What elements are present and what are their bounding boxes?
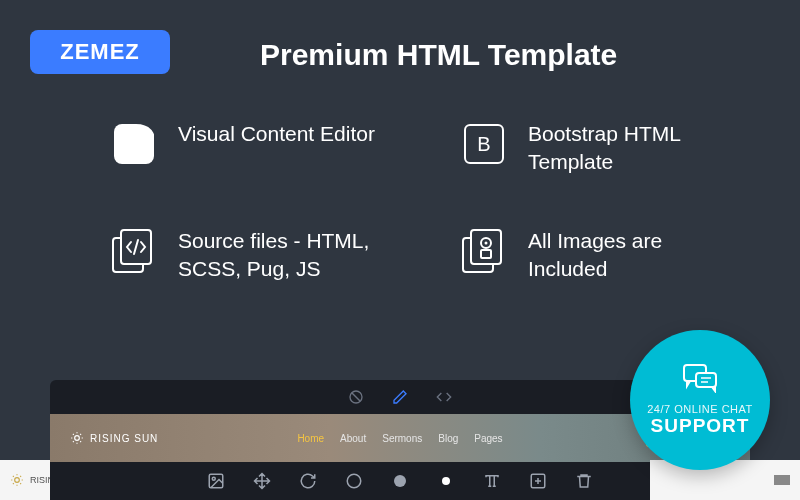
move-tool-icon[interactable] bbox=[252, 471, 272, 491]
novi-icon bbox=[110, 120, 158, 168]
svg-rect-18 bbox=[774, 475, 790, 485]
support-badge[interactable]: 24/7 ONLINE CHAT SUPPORT bbox=[630, 330, 770, 470]
chat-icon bbox=[682, 363, 718, 397]
feature-label: Source files - HTML, SCSS, Pug, JS bbox=[178, 227, 390, 284]
features-grid: Visual Content Editor B Bootstrap HTML T… bbox=[110, 120, 740, 283]
svg-point-12 bbox=[75, 436, 80, 441]
page-title: Premium HTML Template bbox=[260, 38, 617, 72]
circle-fill-icon[interactable] bbox=[390, 471, 410, 491]
nav-item[interactable]: Blog bbox=[438, 433, 458, 444]
bootstrap-icon: B bbox=[460, 120, 508, 168]
feature-label: Visual Content Editor bbox=[178, 120, 375, 148]
source-files-icon bbox=[110, 227, 158, 275]
preview-brand: RISING SUN bbox=[70, 431, 158, 445]
images-icon bbox=[460, 227, 508, 275]
svg-point-10 bbox=[15, 478, 20, 483]
nav-item[interactable]: Sermons bbox=[382, 433, 422, 444]
feature-label: Bootstrap HTML Template bbox=[528, 120, 740, 177]
brand-logo: ZEMEZ bbox=[30, 30, 170, 74]
text-tool-icon[interactable] bbox=[482, 471, 502, 491]
svg-point-16 bbox=[347, 474, 361, 488]
feature-visual-editor: Visual Content Editor bbox=[110, 120, 390, 177]
feature-bootstrap: B Bootstrap HTML Template bbox=[460, 120, 740, 177]
preview-sidebar-right bbox=[650, 460, 800, 500]
edit-icon[interactable] bbox=[392, 389, 408, 405]
svg-point-8 bbox=[485, 241, 488, 244]
nav-item[interactable]: Home bbox=[297, 433, 324, 444]
support-subtitle: 24/7 ONLINE CHAT bbox=[647, 403, 753, 415]
preview-brand-text: RISING SUN bbox=[90, 433, 158, 444]
sun-icon bbox=[70, 431, 84, 445]
refresh-tool-icon[interactable] bbox=[298, 471, 318, 491]
feature-label: All Images are Included bbox=[528, 227, 740, 284]
svg-rect-20 bbox=[696, 373, 716, 387]
image-tool-icon[interactable] bbox=[206, 471, 226, 491]
dot-icon[interactable] bbox=[436, 471, 456, 491]
nav-item[interactable]: About bbox=[340, 433, 366, 444]
feature-images: All Images are Included bbox=[460, 227, 740, 284]
disable-icon[interactable] bbox=[348, 389, 364, 405]
svg-point-15 bbox=[212, 477, 215, 480]
svg-rect-0 bbox=[114, 124, 154, 164]
nav-item[interactable]: Pages bbox=[474, 433, 502, 444]
delete-tool-icon[interactable] bbox=[574, 471, 594, 491]
svg-text:B: B bbox=[477, 133, 490, 155]
add-tool-icon[interactable] bbox=[528, 471, 548, 491]
thumbnail-icon bbox=[774, 475, 790, 485]
code-icon[interactable] bbox=[436, 389, 452, 405]
support-title: SUPPORT bbox=[651, 415, 750, 437]
circle-outline-icon[interactable] bbox=[344, 471, 364, 491]
editor-tools-toolbar bbox=[50, 462, 750, 500]
feature-source-files: Source files - HTML, SCSS, Pug, JS bbox=[110, 227, 390, 284]
preview-nav: Home About Sermons Blog Pages bbox=[297, 433, 502, 444]
